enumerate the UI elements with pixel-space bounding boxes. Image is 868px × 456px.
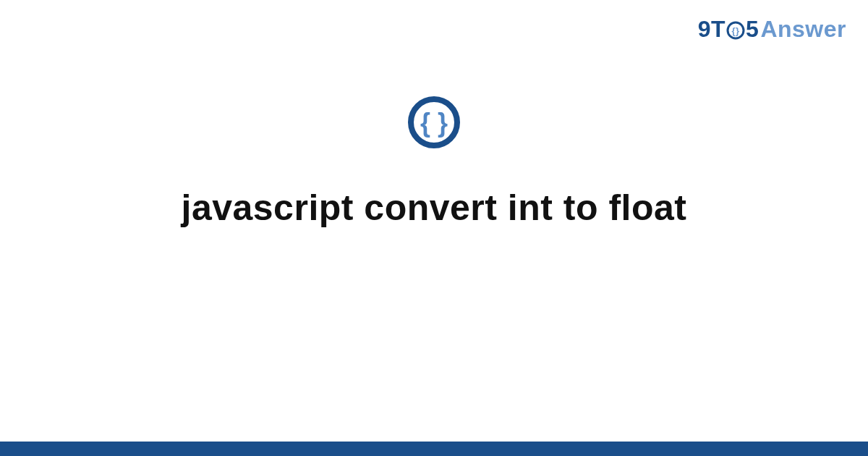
svg-text:{ }: { } [420,108,448,138]
brand-five: 5 [746,16,759,43]
brand-answer: Answer [760,16,846,43]
page-title: javascript convert int to float [0,187,868,229]
brand-nine: 9 [698,16,711,43]
svg-text:{}: {} [732,25,740,36]
brand-logo: 9 T {} 5 Answer [698,16,846,43]
brand-o-icon: {} [726,21,745,40]
footer-bar [0,442,868,456]
braces-circle-icon: { } [406,94,462,153]
brand-t: T [711,16,726,43]
page-root: 9 T {} 5 Answer { } javascript convert i… [0,0,868,456]
